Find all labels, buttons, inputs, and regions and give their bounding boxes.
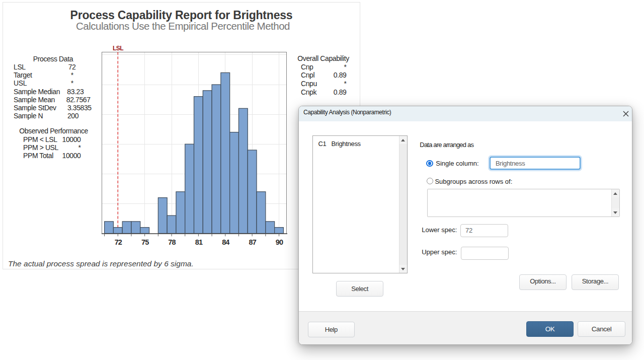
svg-text:90: 90 [276, 238, 283, 246]
svg-text:72: 72 [115, 238, 122, 246]
svg-text:LSL: LSL [113, 45, 123, 52]
svg-text:78: 78 [168, 238, 176, 246]
svg-text:87: 87 [249, 238, 257, 246]
svg-text:81: 81 [195, 238, 203, 246]
svg-text:75: 75 [141, 238, 149, 246]
svg-text:84: 84 [222, 238, 229, 246]
